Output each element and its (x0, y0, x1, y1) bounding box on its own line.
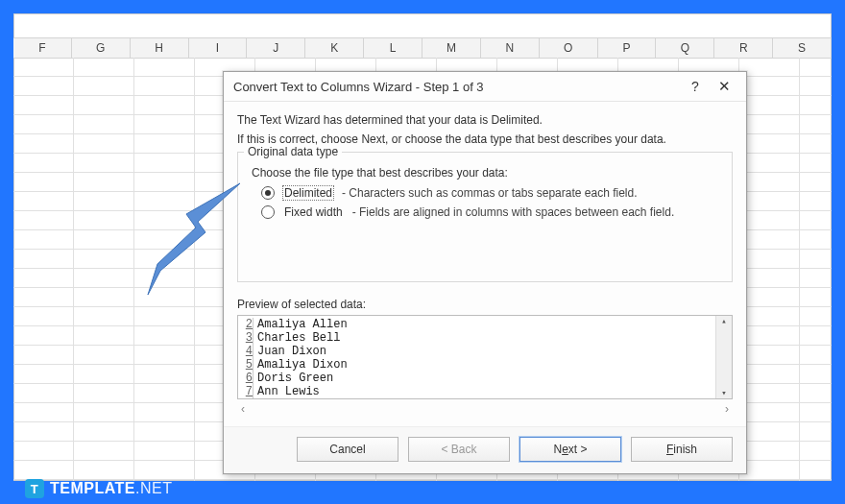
preview-vertical-scrollbar[interactable]: ▴ ▾ (715, 316, 732, 398)
column-headers-row: FGHIJKLMNOPQRS (13, 37, 832, 59)
dialog-body: The Text Wizard has determined that your… (224, 102, 746, 426)
column-header[interactable]: H (131, 38, 189, 58)
column-header[interactable]: P (598, 38, 657, 58)
dialog-button-row: Cancel < Back Next > Finish (224, 426, 746, 473)
choose-file-type-label: Choose the file type that best describes… (252, 166, 722, 180)
column-header[interactable]: Q (656, 38, 714, 58)
radio-description: - Fields are aligned in columns with spa… (352, 205, 675, 219)
column-header[interactable]: K (305, 38, 364, 58)
scroll-right-icon[interactable]: › (725, 402, 729, 416)
scroll-up-icon[interactable]: ▴ (721, 316, 726, 326)
dialog-title: Convert Text to Columns Wizard - Step 1 … (233, 80, 681, 94)
scroll-left-icon[interactable]: ‹ (241, 402, 245, 416)
close-icon[interactable]: ✕ (710, 78, 738, 95)
next-button[interactable]: Next > (519, 437, 621, 462)
watermark-badge-icon: T (25, 479, 44, 498)
preview-horizontal-scrollbar[interactable]: ‹ › (237, 401, 733, 417)
column-header[interactable]: J (247, 38, 305, 58)
column-header[interactable]: M (422, 38, 481, 58)
watermark: T TEMPLATE.NET (25, 479, 172, 498)
radio-label: Fixed width (282, 204, 345, 220)
intro-line-1: The Text Wizard has determined that your… (237, 113, 733, 127)
radio-row-fixed-width[interactable]: Fixed width- Fields are aligned in colum… (261, 204, 722, 220)
radio-label: Delimited (282, 185, 334, 201)
finish-button[interactable]: Finish (631, 437, 733, 462)
text-to-columns-dialog: Convert Text to Columns Wizard - Step 1 … (223, 71, 747, 474)
watermark-suffix: .NET (135, 480, 172, 496)
app-frame: FGHIJKLMNOPQRS Convert Text to Columns W… (13, 13, 832, 481)
column-header[interactable]: R (714, 38, 773, 58)
preview-box: 2Amaliya Allen3Charles Bell4Juan Dixon5A… (237, 315, 733, 399)
preview-content: 2Amaliya Allen3Charles Bell4Juan Dixon5A… (238, 316, 715, 398)
watermark-brand: TEMPLATE (50, 480, 135, 496)
radio-icon[interactable] (261, 205, 275, 219)
column-header[interactable]: O (540, 38, 598, 58)
column-header[interactable]: F (13, 38, 72, 58)
column-header[interactable]: I (189, 38, 248, 58)
preview-row: 5Amaliya Dixon (242, 358, 712, 372)
cancel-button[interactable]: Cancel (297, 437, 398, 462)
preview-row: 7Ann Lewis (242, 385, 712, 398)
scroll-down-icon[interactable]: ▾ (721, 388, 726, 398)
back-button: < Back (408, 437, 510, 462)
radio-description: - Characters such as commas or tabs sepa… (342, 186, 637, 200)
original-data-type-group: Original data type Choose the file type … (237, 152, 733, 282)
column-header[interactable]: S (773, 38, 832, 58)
column-header[interactable]: N (481, 38, 540, 58)
help-icon[interactable]: ? (681, 79, 710, 94)
preview-row: 2Amaliya Allen (242, 318, 712, 331)
dialog-titlebar: Convert Text to Columns Wizard - Step 1 … (224, 72, 746, 102)
preview-row: 3Charles Bell (242, 331, 712, 345)
radio-row-delimited[interactable]: Delimited- Characters such as commas or … (261, 185, 722, 201)
radio-icon[interactable] (261, 186, 275, 200)
preview-row: 4Juan Dixon (242, 345, 712, 358)
intro-line-2: If this is correct, choose Next, or choo… (237, 132, 733, 146)
column-header[interactable]: L (364, 38, 422, 58)
preview-row: 6Doris Green (242, 372, 712, 385)
column-header[interactable]: G (72, 38, 131, 58)
group-legend: Original data type (244, 145, 342, 158)
preview-label: Preview of selected data: (237, 298, 733, 311)
